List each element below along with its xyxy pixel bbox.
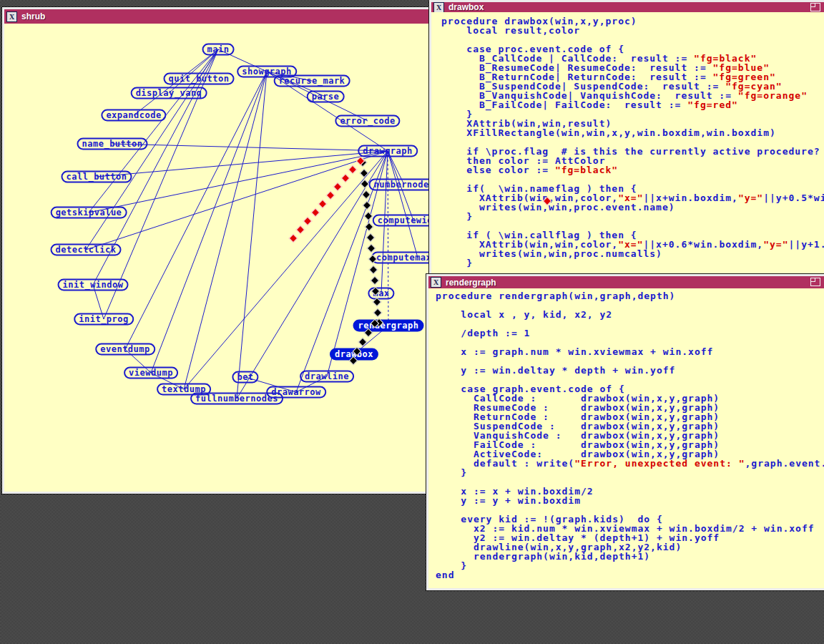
- callgraph-canvas: mainquit_buttonshowgraphrecurse_markdisp…: [4, 24, 431, 487]
- code-line: local result,color: [441, 26, 824, 35]
- code-line: }: [441, 258, 824, 268]
- iconify-button[interactable]: [810, 278, 820, 286]
- graph-node-viewdump[interactable]: viewdump: [124, 367, 178, 379]
- graph-node-init_window[interactable]: init_window: [58, 279, 129, 291]
- window-rendergraph: X rendergraph procedure rendergraph(win,…: [426, 274, 824, 590]
- code-line: local x , y, kid, x2, y2: [436, 310, 824, 319]
- graph-node-main[interactable]: main: [202, 44, 235, 56]
- graph-node-numbernodes[interactable]: numbernodes: [369, 179, 431, 191]
- code-line: B_FailCode| FailCode: result := "fg=red": [441, 100, 824, 109]
- code-line: XFillRectangle(win,win,x,y,win.boxdim,wi…: [441, 128, 824, 137]
- graph-node-display_vanq[interactable]: display_vanq: [131, 87, 207, 99]
- iconify-button[interactable]: [810, 3, 820, 11]
- graph-node-rendergraph[interactable]: rendergraph: [353, 320, 424, 332]
- code-line: y := y + win.boxdim: [436, 496, 824, 505]
- code-line: /depth := 1: [436, 328, 824, 338]
- titlebar-shrub[interactable]: X shrub: [4, 9, 436, 24]
- graph-node-bet[interactable]: bet: [232, 371, 258, 384]
- graph-node-recurse_mark[interactable]: recurse_mark: [274, 75, 350, 87]
- code-line: procedure rendergraph(win,graph,depth): [436, 291, 824, 301]
- graph-node-name_button[interactable]: name_button: [77, 138, 148, 150]
- code-line: writes(win,win,proc.numcalls): [441, 249, 824, 258]
- graph-node-detectclick[interactable]: detectclick: [51, 244, 122, 256]
- iconify-icon: [810, 3, 815, 7]
- graph-node-expandcode[interactable]: expandcode: [101, 109, 166, 122]
- code-line: rendergraph(win,kid,depth+1): [436, 552, 824, 561]
- window-shrub: X shrub mainquit_buttonshowgraphrecurse_…: [2, 7, 438, 494]
- desktop-root: X shrub mainquit_buttonshowgraphrecurse_…: [0, 0, 824, 644]
- titlebar-drawbox[interactable]: X drawbox: [431, 2, 824, 12]
- code-view-drawbox: procedure drawbox(win,x,y,proc) local re…: [431, 12, 824, 268]
- x-logo-button[interactable]: X: [431, 277, 441, 288]
- graph-node-computemaxdepth[interactable]: computemaxdepth: [371, 252, 431, 264]
- graph-node-getskipvalue[interactable]: getskipvalue: [51, 207, 127, 219]
- graph-node-drawline[interactable]: drawline: [300, 371, 354, 383]
- window-title: rendergraph: [446, 278, 496, 288]
- code-line: }: [436, 468, 824, 477]
- x-logo-button[interactable]: X: [6, 11, 17, 22]
- graph-node-error_code[interactable]: error_code: [335, 115, 400, 127]
- graph-node-call_button[interactable]: call_button: [62, 171, 132, 183]
- code-line: }: [441, 212, 824, 221]
- graph-node-quit_button[interactable]: quit_button: [164, 73, 235, 85]
- graph-node-eventdump[interactable]: eventdump: [95, 343, 155, 356]
- code-line: y := win.deltay * depth + win.yoff: [436, 366, 824, 375]
- window-title: drawbox: [448, 2, 484, 12]
- code-line: else color := "fg=black": [441, 165, 824, 175]
- graph-node-parse[interactable]: parse: [307, 91, 345, 103]
- code-line: end: [436, 570, 824, 580]
- graph-node-drawgraph[interactable]: drawgraph: [358, 145, 418, 157]
- code-line: x := graph.num * win.xviewmax + win.xoff: [436, 347, 824, 356]
- code-line: writes(win,win,proc.event.name): [441, 203, 824, 212]
- code-line: default : write("Error, unexpected event…: [436, 459, 824, 468]
- window-drawbox: X drawbox procedure drawbox(win,x,y,proc…: [429, 0, 824, 275]
- graph-node-init_prog[interactable]: init_prog: [74, 313, 134, 326]
- graph-node-computewidths[interactable]: computewidths: [373, 215, 431, 227]
- x-logo-button[interactable]: X: [433, 2, 444, 12]
- titlebar-rendergraph[interactable]: X rendergraph: [428, 276, 824, 288]
- code-line: }: [436, 561, 824, 570]
- window-title: shrub: [21, 11, 45, 21]
- code-view-rendergraph: procedure rendergraph(win,graph,depth) l…: [428, 288, 824, 580]
- graph-node-fullnumbernodes[interactable]: fullnumbernodes: [190, 393, 283, 405]
- iconify-icon: [810, 278, 815, 282]
